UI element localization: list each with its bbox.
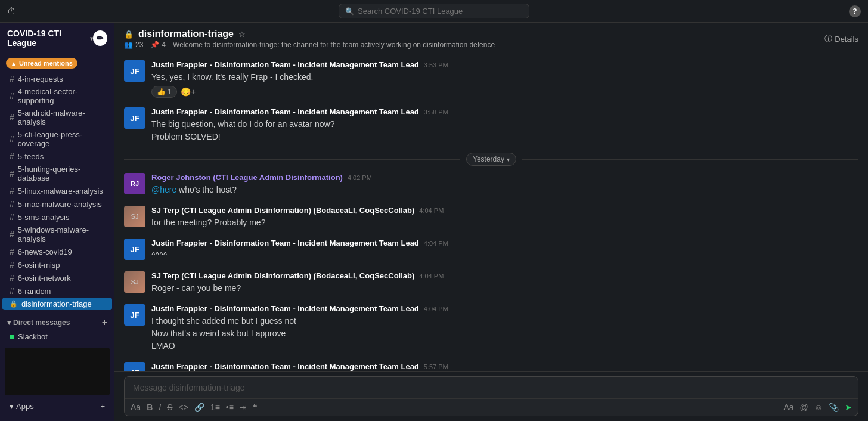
emoji-button[interactable]: ☺ <box>814 403 823 412</box>
hash-icon: # <box>10 151 14 161</box>
channel-title: disinformation-triage <box>138 29 234 39</box>
help-button[interactable]: ? <box>849 5 861 17</box>
search-input[interactable] <box>358 7 523 16</box>
lock-icon: 🔒 <box>10 300 18 308</box>
avatar: JF <box>124 107 145 129</box>
hash-icon: # <box>10 74 14 83</box>
text-size-button[interactable]: Aa <box>783 403 793 412</box>
sidebar-item-5-feeds[interactable]: # 5-feeds <box>2 150 112 163</box>
sidebar-item-disinformation-triage[interactable]: 🔒 disinformation-triage <box>2 298 112 310</box>
hash-icon: # <box>10 260 14 270</box>
hash-icon: # <box>10 273 14 283</box>
pinned-count: 📌 4 <box>150 41 166 49</box>
search-icon: 🔍 <box>345 7 354 16</box>
direct-messages-section[interactable]: ▾ Direct messages + <box>0 310 114 330</box>
message-time: 4:04 PM <box>419 207 444 214</box>
apps-section[interactable]: ▾ Apps + <box>2 400 112 413</box>
message-time: 4:04 PM <box>424 240 448 247</box>
message-time: 5:57 PM <box>424 363 448 370</box>
date-divider-button[interactable]: Yesterday ▾ <box>466 153 516 166</box>
message-input-area: Message disinformation-triage Aa B I S <… <box>114 371 868 421</box>
avatar: SJ <box>124 271 145 293</box>
avatar: RJ <box>124 173 145 194</box>
top-bar: ⏱ 🔍 ? <box>0 0 868 23</box>
star-icon[interactable]: ☆ <box>238 30 246 39</box>
message-author: Justin Frappier - Disinformation Team - … <box>151 304 419 313</box>
hash-icon: # <box>10 199 14 209</box>
message-author: SJ Terp (CTI League Admin Disinformation… <box>151 271 414 280</box>
attach-button[interactable]: 📎 <box>829 403 839 412</box>
details-button[interactable]: ⓘ Details <box>824 33 858 44</box>
message-group: RJ Roger Johnston (CTI League Admin Disi… <box>124 173 858 196</box>
link-button[interactable]: 🔗 <box>194 403 204 412</box>
message-author: Roger Johnston (CTI League Admin Disinfo… <box>151 173 343 182</box>
hash-icon: # <box>10 212 14 222</box>
hash-icon: # <box>10 113 14 122</box>
mention-button[interactable]: @ <box>799 403 808 412</box>
sidebar-item-5-mac-malware-analysis[interactable]: # 5-mac-malware-analysis <box>2 197 112 210</box>
message-text: Roger - can you be me? <box>151 282 858 295</box>
message-author: Justin Frappier - Disinformation Team - … <box>151 239 419 247</box>
search-bar[interactable]: 🔍 <box>339 4 529 18</box>
avatar: JF <box>124 239 145 260</box>
compose-button[interactable]: ✏ <box>93 30 107 46</box>
reaction[interactable]: 👍 1 <box>151 86 177 98</box>
avatar: JF <box>124 304 145 326</box>
sidebar-item-6-osint-network[interactable]: # 6-osint-network <box>2 271 112 284</box>
italic-button[interactable]: I <box>159 403 161 412</box>
avatar: JF <box>124 60 145 82</box>
workspace-name: COVID-19 CTI League ▾ <box>7 29 93 48</box>
sidebar: COVID-19 CTI League ▾ ✏ ▲ Unread mention… <box>0 23 114 421</box>
info-icon: ⓘ <box>824 33 832 44</box>
ordered-list-button[interactable]: 1≡ <box>210 403 220 412</box>
timer-icon[interactable]: ⏱ <box>7 6 16 16</box>
hash-icon: # <box>10 186 14 196</box>
sidebar-item-5-linux-malware-analysis[interactable]: # 5-linux-malware-analysis <box>2 184 112 197</box>
message-author: SJ Terp (CTI League Admin Disinformation… <box>151 206 414 215</box>
sidebar-item-5-sms-analysis[interactable]: # 5-sms-analysis <box>2 210 112 224</box>
chevron-down-icon: ▾ <box>90 35 93 42</box>
message-text: Yes, yes, I know. It's really Frap - I c… <box>151 71 858 83</box>
sidebar-item-6-random[interactable]: # 6-random <box>2 284 112 298</box>
sidebar-item-5-windows-malware-analysis[interactable]: # 5-windows-malware-analysis <box>2 224 112 245</box>
message-group: SJ SJ Terp (CTI League Admin Disinformat… <box>124 271 858 295</box>
message-group: JF Justin Frappier - Disinformation Team… <box>124 362 858 371</box>
blockquote-button[interactable]: ❝ <box>253 403 258 412</box>
sidebar-item-6-osint-misp[interactable]: # 6-osint-misp <box>2 258 112 271</box>
strikethrough-button[interactable]: S <box>167 403 172 412</box>
message-text: ^^^^ <box>151 249 858 262</box>
chat-area: 🔒 disinformation-triage ☆ 👥 23 📌 4 Welco… <box>114 23 868 421</box>
unread-mentions-button[interactable]: ▲ Unread mentions <box>6 58 78 69</box>
sidebar-item-4-in-requests[interactable]: # 4-in-requests <box>2 72 112 85</box>
message-time: 4:04 PM <box>419 273 444 280</box>
sidebar-dark-box <box>5 348 110 395</box>
channel-lock-icon: 🔒 <box>124 30 134 39</box>
message-text: @here who's the host? <box>151 184 858 196</box>
unordered-list-button[interactable]: •≡ <box>226 403 234 412</box>
add-reaction-icon[interactable]: 😊+ <box>181 87 196 97</box>
message-group: SJ SJ Terp (CTI League Admin Disinformat… <box>124 206 858 229</box>
indent-button[interactable]: ⇥ <box>240 403 247 412</box>
workspace-header[interactable]: COVID-19 CTI League ▾ ✏ <box>0 23 114 54</box>
sidebar-item-6-news-covid19[interactable]: # 6-news-covid19 <box>2 245 112 258</box>
bold-button[interactable]: B <box>147 403 153 412</box>
dm-slackbot[interactable]: Slackbot <box>2 330 112 343</box>
code-button[interactable]: <> <box>178 403 188 412</box>
add-apps-button[interactable]: + <box>100 402 105 411</box>
message-text: I thought she added me but I guess notNo… <box>151 315 858 352</box>
add-dm-button[interactable]: + <box>102 317 107 328</box>
sidebar-item-5-hunting-queries-database[interactable]: # 5-hunting-queries-database <box>2 163 112 184</box>
hash-icon: # <box>10 286 14 296</box>
arrow-up-icon: ▲ <box>11 60 17 67</box>
message-text: The big question, what do I do for an av… <box>151 118 858 143</box>
chat-messages: JF Justin Frappier - Disinformation Team… <box>114 55 868 371</box>
chevron-down-icon: ▾ <box>507 156 510 163</box>
sidebar-item-5-android-malware-analysis[interactable]: # 5-android-malware-analysis <box>2 107 112 128</box>
format-button[interactable]: Aa <box>131 403 141 412</box>
sidebar-item-4-medical-sector-supporting[interactable]: # 4-medical-sector-supporting <box>2 85 112 107</box>
avatar: JF <box>124 362 145 371</box>
hash-icon: # <box>10 169 14 178</box>
sidebar-item-5-cti-league-press-coverage[interactable]: # 5-cti-league-press-coverage <box>2 128 112 150</box>
send-button[interactable]: ➤ <box>845 403 852 412</box>
people-icon: 👥 <box>124 41 133 49</box>
